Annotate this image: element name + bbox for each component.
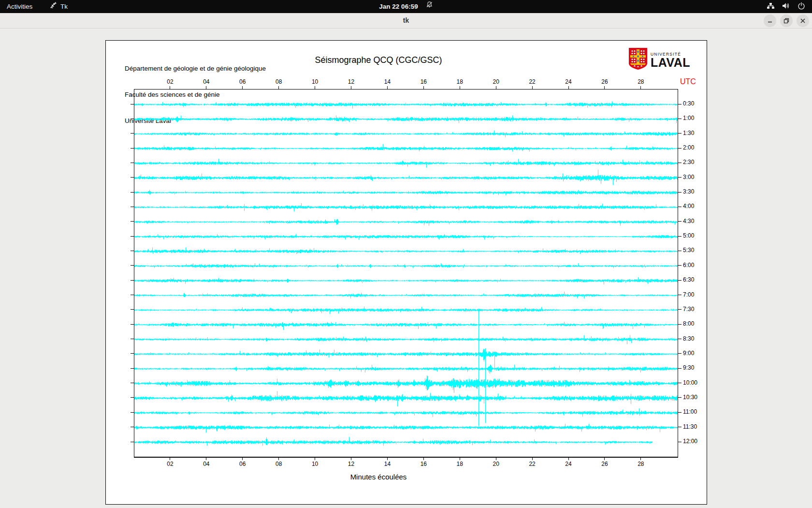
utc-time-label: 7:00: [683, 291, 708, 298]
x-tick-top: [604, 86, 605, 89]
network-icon[interactable]: [767, 2, 775, 12]
power-icon[interactable]: [798, 2, 805, 12]
x-tick-top: [460, 86, 460, 89]
x-tick-label-bottom: 12: [344, 461, 359, 467]
x-tick-bottom: [640, 457, 641, 460]
utc-time-label: 7:30: [683, 306, 708, 313]
x-tick-label-top: 24: [561, 78, 576, 85]
x-tick-label-top: 14: [380, 78, 394, 85]
row-tick-right: [678, 236, 682, 237]
row-tick-right: [678, 324, 682, 325]
row-tick-left: [130, 397, 134, 398]
row-tick-right: [678, 295, 682, 295]
row-tick-right: [678, 353, 682, 354]
row-tick-right: [678, 119, 682, 119]
window-title: tk: [0, 13, 812, 28]
x-tick-bottom: [351, 457, 351, 460]
row-tick-right: [678, 368, 682, 369]
utc-time-label: 4:00: [683, 203, 708, 209]
volume-icon[interactable]: [782, 2, 790, 12]
utc-time-label: 6:30: [683, 276, 708, 283]
utc-time-label: 3:00: [683, 174, 708, 180]
x-tick-label-bottom: 26: [597, 461, 612, 467]
row-tick-left: [130, 148, 134, 149]
x-tick-label-bottom: 10: [308, 461, 322, 467]
row-tick-right: [678, 412, 682, 413]
close-button[interactable]: [797, 15, 809, 27]
maximize-button[interactable]: [780, 15, 793, 27]
universite-laval-logo: UNIVERSITÉ LAVAL: [628, 47, 690, 72]
x-tick-label-bottom: 08: [272, 461, 286, 467]
x-tick-top: [568, 86, 569, 89]
x-tick-label-top: 02: [163, 78, 177, 85]
x-tick-label-bottom: 06: [235, 461, 250, 467]
notifications-muted-icon: [426, 0, 433, 13]
x-tick-top: [351, 86, 351, 89]
x-tick-label-top: 16: [416, 78, 431, 85]
row-tick-right: [678, 397, 682, 398]
seismograph-panel: Département de géologie et de génie géol…: [105, 40, 707, 505]
x-tick-bottom: [496, 457, 496, 460]
x-axis-label: Minutes écoulées: [134, 473, 623, 481]
institution-line-1: Département de géologie et de génie géol…: [125, 64, 266, 73]
row-tick-right: [678, 280, 682, 281]
x-tick-label-bottom: 14: [380, 461, 394, 467]
x-tick-top: [315, 86, 315, 89]
x-tick-label-top: 06: [235, 78, 250, 85]
row-tick-left: [130, 133, 134, 134]
x-tick-label-top: 28: [634, 78, 648, 85]
x-tick-label-bottom: 28: [634, 461, 648, 467]
row-tick-left: [130, 368, 134, 369]
row-tick-right: [678, 192, 682, 193]
x-tick-label-bottom: 20: [489, 461, 503, 467]
utc-time-label: 0:30: [683, 100, 708, 107]
row-tick-left: [130, 104, 134, 105]
clock[interactable]: Jan 22 06:59: [379, 3, 418, 10]
x-tick-label-top: 10: [308, 78, 322, 85]
seismogram-trace-canvas: [134, 90, 678, 457]
x-tick-label-bottom: 22: [525, 461, 539, 467]
utc-time-label: 1:00: [683, 115, 708, 121]
row-tick-left: [130, 207, 134, 207]
utc-axis-label: UTC: [680, 77, 696, 86]
x-tick-bottom: [206, 457, 206, 460]
x-tick-label-bottom: 18: [452, 461, 467, 467]
utc-time-label: 8:00: [683, 320, 708, 327]
row-tick-left: [130, 427, 134, 427]
helicorder-plot-box: [134, 89, 678, 458]
x-tick-label-top: 08: [272, 78, 286, 85]
row-tick-left: [130, 221, 134, 222]
logo-laval-text: LAVAL: [651, 57, 690, 68]
row-tick-right: [678, 148, 682, 149]
row-tick-left: [130, 280, 134, 281]
x-tick-top: [206, 86, 206, 89]
row-tick-right: [678, 383, 682, 383]
x-tick-bottom: [170, 457, 170, 460]
row-tick-right: [678, 133, 682, 134]
row-tick-right: [678, 221, 682, 222]
laval-shield-icon: [628, 47, 648, 72]
x-tick-label-top: 20: [489, 78, 503, 85]
utc-time-label: 11:00: [683, 408, 708, 415]
row-tick-left: [130, 324, 134, 325]
x-tick-top: [242, 86, 243, 89]
utc-time-label: 10:30: [683, 394, 708, 401]
window-titlebar[interactable]: tk: [0, 13, 812, 29]
utc-time-label: 6:00: [683, 262, 708, 269]
x-tick-label-bottom: 04: [199, 461, 214, 467]
x-tick-top: [170, 86, 170, 89]
utc-time-label: 11:30: [683, 423, 708, 430]
utc-time-label: 12:00: [683, 438, 708, 445]
x-tick-bottom: [604, 457, 605, 460]
row-tick-left: [130, 295, 134, 295]
x-tick-top: [640, 86, 641, 89]
x-tick-bottom: [532, 457, 533, 460]
desktop: Activities Tk Jan 22 06:59: [0, 0, 812, 508]
row-tick-left: [130, 192, 134, 193]
utc-time-label: 5:00: [683, 232, 708, 239]
utc-time-label: 9:00: [683, 350, 708, 357]
row-tick-left: [130, 265, 134, 266]
row-tick-right: [678, 309, 682, 310]
minimize-button[interactable]: [764, 15, 776, 27]
x-tick-label-top: 22: [525, 78, 539, 85]
